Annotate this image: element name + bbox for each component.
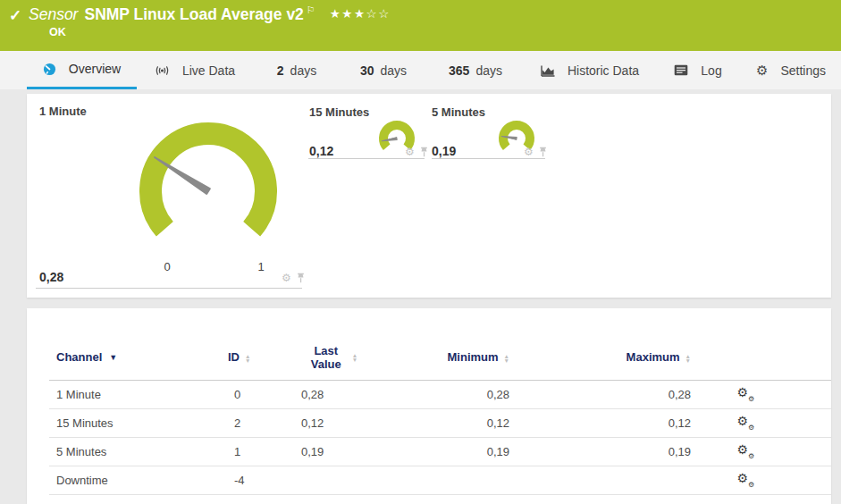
tab-365-days[interactable]: 365days [441, 51, 510, 89]
pin-icon[interactable] [296, 273, 306, 283]
column-header-actions [693, 335, 831, 380]
cell-maximum: 0,28 [514, 380, 693, 408]
tab-label: Overview [69, 62, 121, 76]
cell-minimum: 0,19 [362, 437, 514, 466]
cell-channel[interactable]: 15 Minutes [49, 408, 228, 437]
sort-desc-icon: ▼ [109, 353, 117, 362]
pin-icon[interactable] [538, 147, 548, 157]
tab-label: days [290, 63, 317, 78]
tab-overview[interactable]: Overview [27, 51, 137, 89]
tab-log[interactable]: Log [670, 51, 726, 89]
cell-minimum: 0,12 [362, 408, 514, 437]
column-header-id[interactable]: ID▲▼ [228, 335, 282, 380]
gauge-value-15-minutes: 0,12 [309, 144, 333, 158]
channels-table: Channel▼ ID▲▼ Last Value▲▼ Minimum▲▼ Max… [49, 335, 831, 495]
prtg-sensor-page: ✓ SensorSNMP Linux Load Average v2⚐★★★☆☆… [0, 0, 841, 504]
chart-icon [541, 64, 555, 77]
cell-maximum: 0,12 [514, 408, 693, 437]
sort-icon: ▲▼ [685, 354, 691, 363]
page-title: SNMP Linux Load Average v2 [84, 5, 303, 23]
cell-minimum: 0,28 [362, 380, 514, 408]
tile-divider [308, 158, 425, 159]
table-row[interactable]: 1 Minute 0 0,28 0,28 0,28 ⚙⚙ [49, 380, 831, 408]
gauge-title-15-minutes: 15 Minutes [309, 105, 369, 119]
cell-id: 0 [228, 380, 282, 408]
cell-channel[interactable]: 1 Minute [49, 380, 228, 408]
gauge-title-5-minutes: 5 Minutes [432, 105, 485, 119]
tab-label: Live Data [182, 63, 235, 78]
gauge-max-label: 1 [252, 260, 270, 273]
column-header-maximum[interactable]: Maximum▲▼ [514, 335, 693, 380]
tab-label: Log [701, 63, 721, 78]
pin-icon[interactable] [419, 147, 429, 157]
gauge-min-label: 0 [158, 260, 176, 273]
cell-last-value: 0,12 [282, 408, 362, 437]
column-header-last-value[interactable]: Last Value▲▼ [282, 335, 362, 380]
table-row[interactable]: Downtime -4 ⚙⚙ [49, 466, 831, 494]
gear-icon: ⚙ [756, 63, 768, 77]
gauge-tile-actions: ⚙ [405, 147, 429, 157]
cell-last-value: 0,19 [282, 437, 362, 466]
status-check-icon: ✓ [9, 6, 21, 25]
cell-maximum [514, 466, 693, 494]
tab-label: days [475, 63, 502, 78]
tab-settings[interactable]: ⚙ Settings [755, 51, 827, 89]
cell-id: 2 [228, 408, 282, 437]
gauge-value-1-minute: 0,28 [39, 270, 63, 284]
gauge-value-5-minutes: 0,19 [432, 144, 456, 158]
sort-icon: ▲▼ [504, 354, 509, 363]
object-kind-label: Sensor [29, 5, 78, 23]
tab-bar: Overview Live Data 2days 30days 365days … [0, 51, 841, 89]
table-row[interactable]: 5 Minutes 1 0,19 0,19 0,19 ⚙⚙ [49, 437, 831, 466]
cell-last-value [282, 466, 362, 494]
sensor-title-line: SensorSNMP Linux Load Average v2⚐★★★☆☆ [29, 4, 391, 24]
cell-id: -4 [228, 466, 282, 494]
cell-channel[interactable]: Downtime [49, 466, 228, 494]
table-row[interactable]: 15 Minutes 2 0,12 0,12 0,12 ⚙⚙ [49, 408, 831, 437]
gauge-tile-actions: ⚙ [282, 273, 306, 283]
tile-divider [36, 288, 302, 289]
tile-divider [432, 158, 545, 159]
live-icon [155, 64, 170, 77]
cell-last-value: 0,28 [282, 380, 362, 408]
gear-icon[interactable]: ⚙ [524, 147, 534, 157]
status-badge: OK [49, 26, 66, 38]
gauge-1-minute [119, 102, 298, 254]
gear-icon[interactable]: ⚙ [405, 147, 415, 157]
log-icon [674, 64, 688, 76]
gauge-title-1-minute: 1 Minute [39, 105, 87, 118]
sort-icon: ▲▼ [245, 354, 250, 363]
tab-label: Settings [780, 63, 826, 78]
gear-icon[interactable]: ⚙ [282, 273, 291, 283]
channels-panel: Channel▼ ID▲▼ Last Value▲▼ Minimum▲▼ Max… [27, 308, 831, 504]
sort-icon: ▲▼ [352, 353, 357, 362]
tab-label: Historic Data [568, 63, 639, 78]
column-header-minimum[interactable]: Minimum▲▼ [362, 335, 514, 380]
tab-2-days[interactable]: 2days [265, 51, 328, 89]
cell-channel[interactable]: 5 Minutes [49, 437, 228, 466]
sensor-header: ✓ SensorSNMP Linux Load Average v2⚐★★★☆☆… [0, 0, 841, 51]
tab-historic-data[interactable]: Historic Data [539, 51, 641, 89]
cell-minimum [362, 466, 514, 494]
tab-label: days [381, 63, 408, 78]
table-header-row: Channel▼ ID▲▼ Last Value▲▼ Minimum▲▼ Max… [49, 335, 831, 380]
column-header-channel[interactable]: Channel▼ [49, 335, 228, 380]
cell-maximum: 0,19 [514, 437, 693, 466]
flag-icon[interactable]: ⚐ [307, 4, 315, 15]
gauge-tile-actions: ⚙ [524, 147, 548, 157]
cell-id: 1 [228, 437, 282, 466]
priority-stars[interactable]: ★★★☆☆ [330, 7, 391, 21]
tab-live-data[interactable]: Live Data [150, 51, 240, 89]
tab-30-days[interactable]: 30days [351, 51, 416, 89]
gauges-panel: 1 Minute 0 1 0,28 ⚙ 15 Minutes 0,12 ⚙ [27, 94, 831, 298]
gauge-icon [43, 63, 56, 76]
